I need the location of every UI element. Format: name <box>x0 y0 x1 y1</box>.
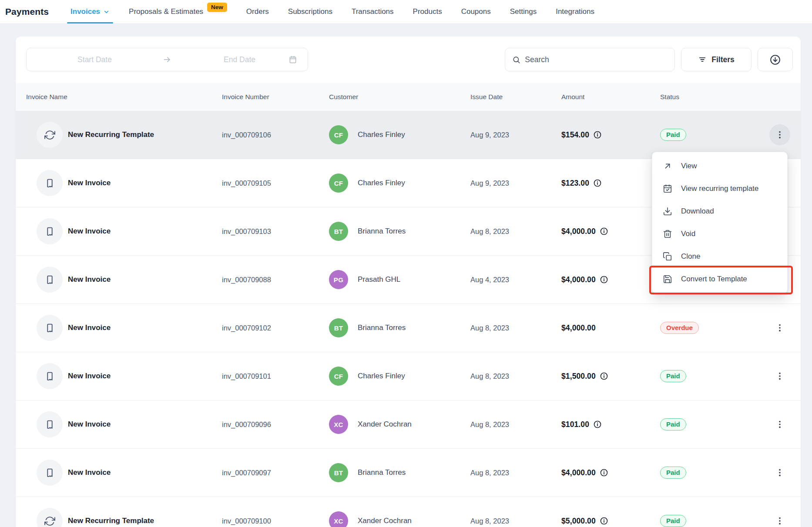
customer-name: Prasath GHL <box>358 275 400 284</box>
filter-lines-icon <box>698 55 707 64</box>
invoice-number: inv_000709088 <box>222 276 329 284</box>
info-icon[interactable] <box>600 517 608 525</box>
info-icon[interactable] <box>593 179 602 187</box>
menu-item[interactable]: Clone <box>652 245 787 268</box>
invoice-number: inv_000709103 <box>222 227 329 236</box>
menu-item[interactable]: View recurring template <box>652 177 787 200</box>
status-badge: Paid <box>660 418 686 430</box>
nav-tab-label: Integrations <box>556 7 594 16</box>
row-actions-button[interactable] <box>769 124 790 145</box>
invoice-amount: $5,000.00 <box>561 517 596 526</box>
invoice-name: New Invoice <box>68 324 111 332</box>
table-row[interactable]: New Invoice inv_000709096 XC Xander Coch… <box>16 400 801 449</box>
info-icon[interactable] <box>593 130 602 139</box>
nav-tab[interactable]: Invoices <box>70 0 110 23</box>
invoice-type-badge <box>37 363 63 389</box>
issue-date: Aug 8, 2023 <box>470 227 561 236</box>
table-row[interactable]: New Invoice inv_000709097 BT Brianna Tor… <box>16 449 801 497</box>
avatar: PG <box>329 270 348 289</box>
row-actions-button[interactable] <box>769 414 790 435</box>
row-actions-button[interactable] <box>769 317 790 338</box>
customer-name: Brianna Torres <box>358 227 406 236</box>
info-icon[interactable] <box>600 275 608 284</box>
nav-tab[interactable]: Integrations <box>556 0 594 23</box>
kebab-icon <box>775 516 785 526</box>
issue-date: Aug 8, 2023 <box>470 324 561 332</box>
table-row[interactable]: New Invoice inv_000709102 BT Brianna Tor… <box>16 304 801 352</box>
nav-tab[interactable]: Coupons <box>461 0 491 23</box>
info-icon[interactable] <box>593 420 602 429</box>
toolbar: Start Date End Date Filters <box>16 37 801 83</box>
receipt-icon <box>44 226 55 237</box>
menu-item-label: Void <box>681 230 695 238</box>
invoice-type-badge <box>37 460 63 486</box>
trash-icon <box>663 229 672 239</box>
nav-tab[interactable]: Subscriptions <box>288 0 332 23</box>
customer-name: Xander Cochran <box>358 517 412 525</box>
invoice-number: inv_000709105 <box>222 179 329 187</box>
invoice-number: inv_000709102 <box>222 324 329 332</box>
invoice-number: inv_000709101 <box>222 372 329 380</box>
filters-label: Filters <box>711 55 735 64</box>
invoice-type-badge <box>37 122 63 148</box>
invoice-amount: $4,000.00 <box>561 227 596 236</box>
menu-item-label: Clone <box>681 252 700 261</box>
external-link-icon <box>663 161 672 171</box>
invoice-name: New Invoice <box>68 275 111 284</box>
table-row[interactable]: New Recurring Template inv_000709100 XC … <box>16 497 801 527</box>
nav-tab-label: Coupons <box>461 7 491 16</box>
filters-button[interactable]: Filters <box>681 48 752 71</box>
table-header: Invoice Name Invoice Number Customer Iss… <box>16 83 801 111</box>
start-date-field[interactable]: Start Date <box>27 55 163 64</box>
status-badge: Paid <box>660 370 686 382</box>
search-input[interactable] <box>525 55 668 64</box>
invoice-name: New Recurring Template <box>68 130 154 139</box>
info-icon[interactable] <box>600 468 608 477</box>
menu-item[interactable]: Download <box>652 200 787 223</box>
avatar: XC <box>329 511 348 527</box>
nav-tab[interactable]: Products <box>413 0 442 23</box>
nav-tab[interactable]: Orders <box>246 0 269 23</box>
info-icon[interactable] <box>600 372 608 380</box>
status-badge: Paid <box>660 467 686 479</box>
invoice-name: New Invoice <box>68 468 111 477</box>
nav-tab-label: Invoices <box>70 7 100 16</box>
calendar-icon <box>289 55 297 64</box>
invoice-name: New Invoice <box>68 372 111 380</box>
column-header: Issue Date <box>470 93 561 101</box>
nav-tab[interactable]: Transactions <box>352 0 394 23</box>
invoice-amount: $101.00 <box>561 420 589 429</box>
table-row[interactable]: New Invoice inv_000709101 CF Charles Fin… <box>16 352 801 400</box>
export-button[interactable] <box>758 48 793 71</box>
search-box[interactable] <box>505 48 675 71</box>
invoice-type-badge <box>37 508 63 527</box>
menu-item[interactable]: View <box>652 155 787 177</box>
row-actions-button[interactable] <box>769 462 790 483</box>
end-date-field[interactable]: End Date <box>171 55 308 64</box>
kebab-icon <box>775 468 785 477</box>
copy-icon <box>663 252 672 261</box>
download-circle-icon <box>769 54 781 66</box>
invoice-name: New Recurring Template <box>68 517 154 525</box>
date-range-picker[interactable]: Start Date End Date <box>26 48 308 71</box>
status-badge: Overdue <box>660 322 699 334</box>
nav-tab[interactable]: Proposals & Estimates New <box>129 0 227 23</box>
customer-name: Charles Finley <box>358 130 405 139</box>
nav-tab-label: Settings <box>510 7 537 16</box>
nav-tab[interactable]: Settings <box>510 0 537 23</box>
row-actions-button[interactable] <box>769 510 790 527</box>
info-icon[interactable] <box>600 227 608 236</box>
menu-item[interactable]: Void <box>652 223 787 245</box>
nav-tab-label: Proposals & Estimates <box>129 7 203 16</box>
issue-date: Aug 9, 2023 <box>470 131 561 139</box>
customer-name: Brianna Torres <box>358 324 406 332</box>
receipt-icon <box>44 274 55 285</box>
invoice-type-badge <box>37 411 63 437</box>
menu-item[interactable]: Convert to Template <box>652 268 787 290</box>
top-nav: Payments Invoices Proposals & Estimates … <box>0 0 812 24</box>
invoice-name: New Invoice <box>68 420 111 429</box>
row-actions-button[interactable] <box>769 366 790 387</box>
issue-date: Aug 8, 2023 <box>470 517 561 525</box>
invoice-type-badge <box>37 170 63 196</box>
invoice-amount: $1,500.00 <box>561 372 596 381</box>
